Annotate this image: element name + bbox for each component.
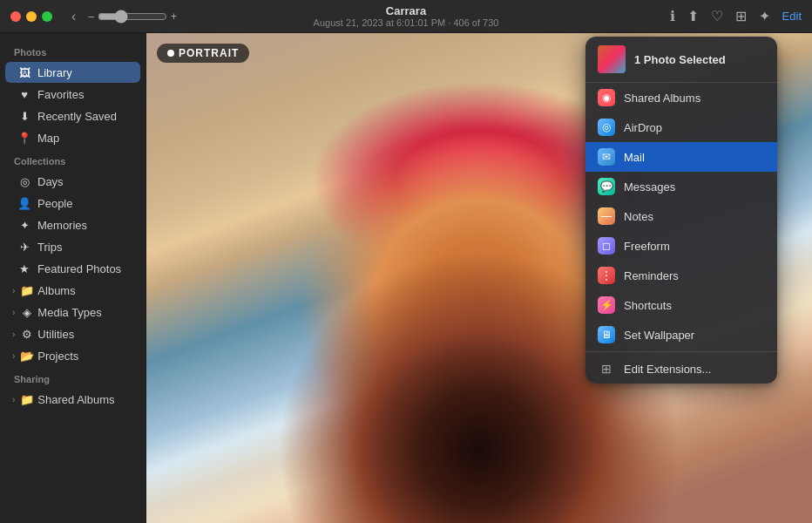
edit-extensions-icon: ⊞	[598, 360, 615, 377]
share-item-messages[interactable]: 💬 Messages	[585, 172, 777, 201]
shared-albums-sidebar-icon: 📁	[20, 392, 34, 406]
sidebar-item-utilities[interactable]: › ⚙ Utilities	[5, 323, 140, 344]
sidebar: Photos 🖼 Library ♥ Favorites ⬇ Recently …	[0, 33, 146, 523]
media-types-icon: ◈	[20, 305, 34, 319]
sidebar-item-albums[interactable]: › 📁 Albums	[5, 280, 140, 301]
map-icon: 📍	[17, 131, 31, 145]
sidebar-item-favorites[interactable]: ♥ Favorites	[5, 84, 140, 105]
sidebar-item-label: Shared Albums	[37, 393, 114, 406]
sidebar-item-label: Days	[37, 175, 64, 188]
back-button[interactable]: ‹	[66, 7, 81, 26]
recently-saved-icon: ⬇	[17, 109, 31, 123]
sidebar-item-label: Projects	[37, 350, 78, 363]
share-item-shortcuts[interactable]: ⚡ Shortcuts	[585, 290, 777, 320]
share-button[interactable]: ⬆	[687, 8, 699, 24]
sidebar-item-memories[interactable]: ✦ Memories	[5, 214, 140, 235]
sidebar-item-label: Trips	[37, 241, 62, 254]
edit-button[interactable]: Edit	[782, 10, 802, 23]
sidebar-item-recently-saved[interactable]: ⬇ Recently Saved	[5, 105, 140, 126]
sidebar-item-label: Library	[37, 66, 72, 79]
titlebar-center: Carrara August 21, 2023 at 6:01:01 PM · …	[314, 4, 499, 28]
main-content: Photos 🖼 Library ♥ Favorites ⬇ Recently …	[0, 33, 812, 523]
sidebar-item-featured-photos[interactable]: ★ Featured Photos	[5, 258, 140, 279]
share-item-freeform[interactable]: ◻ Freeform	[585, 231, 777, 261]
airdrop-icon: ◎	[598, 119, 615, 136]
trips-icon: ✈	[17, 240, 31, 254]
photo-subtitle: August 21, 2023 at 6:01:01 PM · 406 of 7…	[314, 17, 499, 28]
share-item-reminders[interactable]: ⋮ Reminders	[585, 261, 777, 290]
portrait-label: PORTRAIT	[179, 47, 239, 59]
chevron-icon: ›	[12, 308, 15, 317]
sidebar-item-library[interactable]: 🖼 Library	[5, 62, 140, 83]
people-icon: 👤	[17, 196, 31, 210]
traffic-lights	[10, 11, 52, 22]
share-edit-label: Edit Extensions...	[624, 363, 711, 376]
memories-icon: ✦	[17, 218, 31, 232]
zoom-control: – +	[88, 10, 177, 24]
share-item-label: AirDrop	[624, 121, 662, 134]
share-item-airdrop[interactable]: ◎ AirDrop	[585, 112, 777, 142]
sidebar-item-label: Utilities	[37, 328, 74, 341]
projects-icon: 📂	[20, 349, 34, 363]
notes-icon: —	[598, 207, 615, 225]
maximize-button[interactable]	[42, 11, 52, 22]
zoom-min-icon: –	[88, 10, 94, 23]
portrait-badge: PORTRAIT	[157, 44, 249, 63]
collections-section-label: Collections	[0, 149, 145, 170]
chevron-icon: ›	[12, 351, 15, 361]
sidebar-item-media-types[interactable]: › ◈ Media Types	[5, 302, 140, 323]
titlebar: ‹ – + Carrara August 21, 2023 at 6:01:01…	[0, 0, 812, 33]
share-header-title: 1 Photo Selected	[634, 53, 726, 66]
sidebar-item-label: Map	[37, 132, 59, 145]
share-item-edit-extensions[interactable]: ⊞ Edit Extensions...	[585, 354, 777, 384]
share-item-wallpaper[interactable]: 🖥 Set Wallpaper	[585, 320, 777, 350]
share-item-notes[interactable]: — Notes	[585, 201, 777, 231]
sidebar-item-projects[interactable]: › 📂 Projects	[5, 345, 140, 366]
sidebar-item-label: Media Types	[37, 306, 101, 319]
enhance-button[interactable]: ✦	[759, 8, 770, 24]
share-item-label: Mail	[624, 151, 645, 164]
sidebar-item-label: Memories	[37, 219, 87, 232]
chevron-icon: ›	[12, 286, 15, 295]
sidebar-item-trips[interactable]: ✈ Trips	[5, 236, 140, 257]
crop-button[interactable]: ⊞	[735, 8, 747, 24]
featured-photos-icon: ★	[17, 262, 31, 275]
share-item-label: Shortcuts	[624, 299, 672, 312]
sidebar-item-label: Recently Saved	[37, 110, 117, 123]
library-icon: 🖼	[17, 65, 31, 79]
share-item-label: Notes	[624, 210, 653, 223]
wallpaper-icon: 🖥	[598, 326, 615, 343]
close-button[interactable]	[10, 11, 21, 22]
titlebar-right: ℹ ⬆ ♡ ⊞ ✦ Edit	[670, 8, 802, 24]
photo-area: PORTRAIT 1 Photo Selected ◉ Shared Album…	[146, 33, 812, 523]
reminders-icon: ⋮	[598, 267, 615, 284]
share-item-mail[interactable]: ✉ Mail	[585, 142, 777, 172]
zoom-max-icon: +	[171, 10, 177, 23]
messages-icon: 💬	[598, 178, 615, 195]
share-divider	[585, 351, 777, 352]
share-item-shared-albums[interactable]: ◉ Shared Albums	[585, 83, 777, 112]
days-icon: ◎	[17, 174, 31, 188]
favorite-button[interactable]: ♡	[711, 8, 723, 24]
share-item-label: Set Wallpaper	[624, 329, 694, 342]
share-item-label: Reminders	[624, 269, 679, 282]
share-item-label: Freeform	[624, 240, 670, 253]
sidebar-item-map[interactable]: 📍 Map	[5, 127, 140, 148]
sidebar-item-days[interactable]: ◎ Days	[5, 171, 140, 192]
info-button[interactable]: ℹ	[670, 8, 675, 24]
sidebar-item-shared-albums[interactable]: › 📁 Shared Albums	[5, 389, 140, 410]
photos-section-label: Photos	[0, 40, 145, 61]
favorites-icon: ♥	[17, 87, 31, 101]
photo-title: Carrara	[314, 4, 499, 17]
minimize-button[interactable]	[26, 11, 37, 22]
share-dropdown: 1 Photo Selected ◉ Shared Albums ◎ AirDr…	[585, 37, 777, 384]
utilities-icon: ⚙	[20, 327, 34, 341]
share-header: 1 Photo Selected	[585, 37, 777, 83]
zoom-slider[interactable]	[98, 10, 167, 24]
titlebar-left: ‹ – +	[10, 7, 177, 26]
sidebar-item-label: Albums	[37, 284, 75, 297]
sidebar-item-people[interactable]: 👤 People	[5, 193, 140, 214]
portrait-dot	[167, 50, 174, 57]
share-item-label: Shared Albums	[624, 92, 700, 105]
chevron-icon: ›	[12, 395, 15, 404]
